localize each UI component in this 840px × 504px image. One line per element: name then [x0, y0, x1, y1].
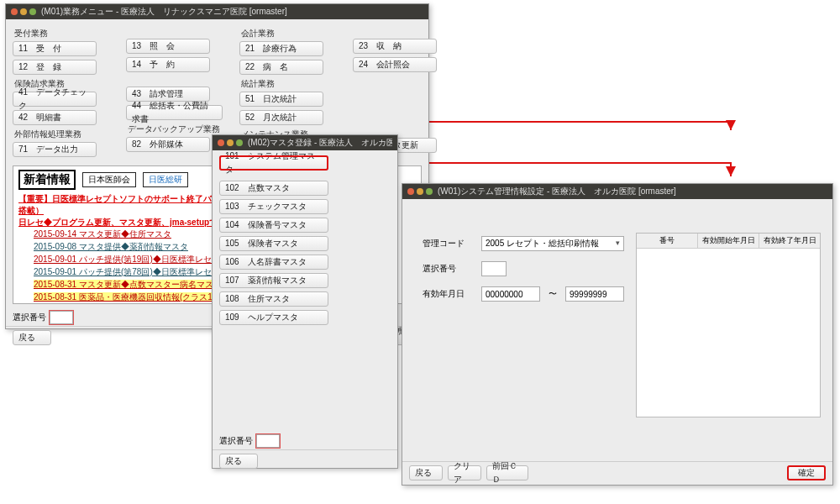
btn-108[interactable]: 108 住所マスタ — [219, 291, 328, 307]
btn-11[interactable]: 11 受 付 — [13, 41, 97, 56]
btn-13[interactable]: 13 照 会 — [126, 39, 210, 54]
label-selno: 選択番号 — [423, 263, 473, 275]
btn-101-sysmgmt[interactable]: 101 システム管理マスタ — [219, 155, 328, 171]
btn-102[interactable]: 102 点数マスタ — [219, 181, 328, 196]
maximize-icon[interactable] — [29, 8, 36, 15]
window-controls[interactable] — [407, 188, 433, 195]
btn-42[interactable]: 42 明細書 — [13, 110, 97, 125]
select-mgmtcode[interactable]: 2005 レセプト・総括印刷情報 — [481, 236, 624, 251]
prevcd-button[interactable]: 前回ＣＤ — [486, 465, 528, 480]
label-validdate: 有効年月日 — [423, 288, 473, 300]
btn-103[interactable]: 103 チェックマスタ — [219, 199, 328, 214]
window-title: (M02)マスタ登録 - 医療法人 オルカ医院 [ormaster] — [248, 137, 392, 149]
label-mgmtcode: 管理コード — [423, 238, 473, 249]
btn-107[interactable]: 107 薬剤情報マスタ — [219, 273, 328, 288]
col-no: 番号 — [637, 234, 698, 248]
maximize-icon[interactable] — [426, 188, 433, 195]
btn-109[interactable]: 109 ヘルプマスタ — [219, 310, 328, 325]
back-button[interactable]: 戻る — [13, 330, 51, 345]
news-title: 新着情報 — [18, 170, 76, 190]
btn-24[interactable]: 24 会計照会 — [353, 57, 437, 72]
close-icon[interactable] — [218, 139, 224, 146]
input-date-from[interactable]: 00000000 — [481, 286, 540, 302]
btn-82[interactable]: 82 外部媒体 — [126, 137, 210, 152]
close-icon[interactable] — [11, 8, 18, 15]
minimize-icon[interactable] — [227, 139, 234, 146]
section-stats: 統計業務 — [241, 78, 336, 90]
btn-12[interactable]: 12 登 録 — [13, 60, 97, 75]
btn-41[interactable]: 41 データチェック — [13, 92, 97, 107]
col-start: 有効開始年月日 — [698, 234, 759, 248]
tilde: 〜 — [549, 288, 557, 300]
btn-106[interactable]: 106 人名辞書マスタ — [219, 255, 328, 270]
btn-71[interactable]: 71 データ出力 — [13, 142, 97, 157]
back-button[interactable]: 戻る — [219, 454, 258, 469]
maximize-icon[interactable] — [236, 139, 243, 146]
close-icon[interactable] — [407, 188, 414, 195]
titlebar-w01: (W01)システム管理情報設定 - 医療法人 オルカ医院 [ormaster] — [402, 184, 832, 199]
section-external: 外部情報処理業務 — [14, 129, 109, 140]
btn-14[interactable]: 14 予 約 — [126, 57, 210, 72]
valid-periods-table[interactable]: 番号 有効開始年月日 有効終了年月日 — [636, 233, 821, 417]
btn-104[interactable]: 104 保険番号マスタ — [219, 218, 328, 233]
btn-23[interactable]: 23 収 納 — [353, 39, 437, 54]
back-button[interactable]: 戻る — [409, 465, 443, 480]
sel-label: 選択番号 — [13, 312, 46, 323]
window-w01-sysmgmt: (W01)システム管理情報設定 - 医療法人 オルカ医院 [ormaster] … — [402, 183, 833, 486]
window-title: (M01)業務メニュー - 医療法人 リナックスマニア医院 [ormaster] — [41, 6, 287, 18]
titlebar-m02: (M02)マスタ登録 - 医療法人 オルカ医院 [ormaster] — [213, 135, 397, 150]
section-reception: 受付業務 — [14, 28, 109, 39]
minimize-icon[interactable] — [417, 188, 423, 195]
btn-51[interactable]: 51 日次統計 — [239, 92, 323, 107]
window-controls[interactable] — [218, 139, 243, 146]
input-date-to[interactable]: 99999999 — [565, 286, 624, 302]
btn-22[interactable]: 22 病 名 — [239, 60, 323, 75]
news-btn-souken[interactable]: 日医総研 — [143, 172, 188, 187]
btn-21[interactable]: 21 診療行為 — [239, 41, 323, 56]
btn-44[interactable]: 44 総括表・公費請求書 — [126, 105, 223, 120]
input-selno[interactable] — [481, 261, 507, 276]
window-controls[interactable] — [11, 8, 36, 15]
titlebar-m01: (M01)業務メニュー - 医療法人 リナックスマニア医院 [ormaster] — [6, 4, 428, 19]
news-btn-jma[interactable]: 日本医師会 — [82, 172, 136, 187]
confirm-button[interactable]: 確定 — [787, 465, 826, 480]
btn-52[interactable]: 52 月次統計 — [239, 110, 323, 125]
clear-button[interactable]: クリア — [448, 465, 481, 480]
section-backup: データバックアップ業務 — [128, 123, 223, 135]
btn-105[interactable]: 105 保険者マスタ — [219, 236, 328, 251]
minimize-icon[interactable] — [20, 8, 27, 15]
section-accounting: 会計業務 — [241, 28, 336, 39]
window-m02-master-reg: (M02)マスタ登録 - 医療法人 オルカ医院 [ormaster] 101 シ… — [212, 134, 398, 469]
window-title: (W01)システム管理情報設定 - 医療法人 オルカ医院 [ormaster] — [438, 186, 676, 197]
col-end: 有効終了年月日 — [759, 234, 820, 248]
sel-input[interactable] — [256, 434, 280, 448]
sel-input[interactable] — [50, 311, 73, 324]
sel-label: 選択番号 — [219, 435, 253, 447]
